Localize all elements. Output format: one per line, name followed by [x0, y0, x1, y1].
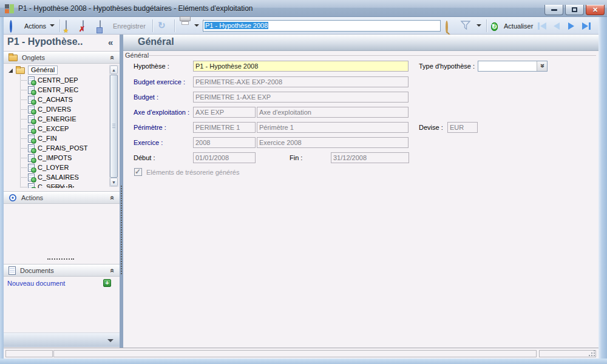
main-content: Général Général Hypothèse : P1 - Hypothè… [123, 35, 599, 348]
budget-exercice-label: Budget exercice : [134, 78, 185, 86]
bullseye-icon [9, 194, 16, 201]
tree-item-c-salaires[interactable]: C_SALAIRES [24, 172, 79, 182]
collapse-panel-icon[interactable]: « [109, 55, 117, 59]
filter-button[interactable] [460, 20, 471, 32]
perimetre-code-field[interactable]: PERIMETRE 1 [193, 122, 256, 133]
main-toolbar: Actions Enregistrer ↻ P1 - Hypothèse 200… [4, 17, 599, 35]
save-button[interactable] [100, 21, 101, 32]
bullseye-icon [10, 21, 12, 32]
chevron-double-down-icon: « [538, 64, 546, 68]
tree-item-c-fin[interactable]: C_FIN [24, 133, 57, 143]
budget-label: Budget : [134, 93, 158, 101]
actions-menu-button[interactable]: Actions [24, 22, 46, 30]
chevron-down-icon[interactable] [107, 339, 114, 342]
sheet-icon [28, 144, 35, 152]
group-label: Général [125, 52, 149, 59]
tree-item-c-frais-post[interactable]: C_FRAIS_POST [24, 143, 88, 153]
tree-item-c-divers[interactable]: C_DIVERS [24, 104, 71, 114]
delete-record-button[interactable] [83, 21, 84, 32]
tree-item-centr-rec[interactable]: CENTR_REC [24, 85, 78, 95]
budget-field[interactable]: PERIMETRE 1-AXE EXP [193, 92, 409, 103]
new-record-icon [66, 20, 67, 32]
tree-item-c-loyer[interactable]: C_LOYER [24, 163, 69, 172]
fin-field[interactable]: 31/12/2008 [331, 152, 409, 163]
panel-splitter-handle[interactable] [47, 186, 74, 187]
restore-button[interactable] [565, 5, 584, 15]
hypothese-field[interactable]: P1 - Hypothèse 2008 [193, 61, 409, 72]
magnifier-icon [446, 21, 448, 33]
save-icon [100, 20, 101, 32]
resize-grip[interactable] [594, 355, 595, 356]
tree-root-label[interactable]: Général [28, 66, 58, 75]
exercice-label: Exercice : [134, 139, 163, 146]
sheet-icon [28, 115, 35, 123]
collapse-sidebar-icon[interactable]: « [108, 37, 113, 47]
sidebar-footer-bar[interactable] [4, 332, 120, 347]
debut-field[interactable]: 01/01/2008 [193, 152, 256, 163]
axe-desc-field[interactable]: Axe d'exploitation [257, 107, 409, 118]
status-cell-1 [5, 350, 53, 357]
tree-node-general[interactable]: Général [8, 65, 58, 75]
sidebar: P1 - Hypothèse.. « Onglets « Général CEN… [4, 35, 120, 348]
devise-field[interactable]: EUR [447, 122, 478, 133]
nav-last-button[interactable] [582, 22, 591, 30]
nav-first-button[interactable] [538, 22, 546, 30]
nav-next-button[interactable] [568, 22, 574, 30]
onglets-label: Onglets [22, 54, 106, 61]
panel-header-actions[interactable]: Actions « [4, 191, 120, 204]
print-dropdown-icon[interactable] [194, 24, 199, 27]
save-button-label[interactable]: Enregistrer [113, 22, 146, 30]
scrollbar-thumb[interactable] [110, 75, 118, 178]
add-document-button[interactable]: + [103, 279, 111, 287]
app-icon [5, 4, 14, 13]
filter-dropdown-icon[interactable] [476, 24, 481, 27]
tree-item-c-impots[interactable]: C_IMPOTS [24, 153, 72, 163]
folder-icon [8, 55, 18, 61]
nav-previous-button[interactable] [554, 22, 560, 30]
tree-expander-icon[interactable] [8, 69, 13, 73]
collapse-panel-icon[interactable]: « [109, 268, 117, 272]
close-button[interactable]: ✕ [586, 5, 605, 15]
actions-dropdown-icon[interactable] [50, 24, 55, 27]
hypothese-label: Hypothèse : [134, 62, 169, 70]
panel-splitter-handle[interactable] [47, 258, 74, 260]
tree-guide-line [20, 75, 21, 186]
combo-dropdown-button[interactable]: « [537, 61, 547, 71]
exercice-desc-field[interactable]: Exercice 2008 [257, 137, 409, 148]
actualiser-button[interactable]: ↻ [491, 21, 498, 32]
scroll-up-icon[interactable]: ▲ [110, 66, 118, 74]
tree-item-c-achats[interactable]: C_ACHATS [24, 95, 73, 104]
open-folder-icon [16, 67, 25, 74]
tree-item-c-excep[interactable]: C_EXCEP [24, 124, 69, 133]
actions-panel-label: Actions [21, 194, 106, 201]
window-border-bottom [0, 359, 607, 364]
panel-header-onglets[interactable]: Onglets « [4, 51, 120, 64]
tree-scrollbar[interactable]: ▲ ▼ [109, 65, 118, 187]
perimetre-desc-field[interactable]: Périmètre 1 [257, 122, 409, 133]
tree-item-centr-dep[interactable]: CENTR_DEP [24, 75, 78, 85]
new-record-button[interactable] [66, 21, 67, 32]
budget-exercice-field[interactable]: PERIMETRE-AXE EXP-2008 [193, 76, 409, 87]
record-search-input[interactable]: P1 - Hypothèse 2008 [203, 20, 441, 32]
axe-code-field[interactable]: AXE EXP [193, 107, 256, 118]
search-button[interactable] [446, 22, 448, 33]
sheet-icon [28, 135, 35, 143]
refresh-icon[interactable]: ↻ [158, 21, 166, 30]
sidebar-title: P1 - Hypothèse.. [7, 36, 83, 47]
close-icon: ✕ [592, 7, 598, 13]
funnel-icon [460, 20, 471, 30]
sheet-icon [28, 174, 35, 181]
panel-header-documents[interactable]: Documents « [4, 264, 120, 277]
sheet-icon [28, 183, 35, 189]
tresorerie-checkbox-label: Eléments de trésorerie générés [146, 169, 239, 176]
tree-item-c-energie[interactable]: C_ENERGIE [24, 114, 76, 124]
scroll-down-icon[interactable]: ▼ [110, 178, 118, 186]
actualiser-label[interactable]: Actualiser [504, 22, 533, 30]
new-document-link[interactable]: Nouveau document [7, 280, 65, 287]
collapse-panel-icon[interactable]: « [109, 195, 117, 200]
tresorerie-checkbox[interactable] [134, 168, 142, 176]
minimize-button[interactable] [544, 5, 563, 15]
exercice-code-field[interactable]: 2008 [193, 137, 256, 148]
sidebar-main-splitter[interactable] [121, 186, 122, 274]
type-hypothese-combo[interactable]: « [478, 61, 548, 72]
